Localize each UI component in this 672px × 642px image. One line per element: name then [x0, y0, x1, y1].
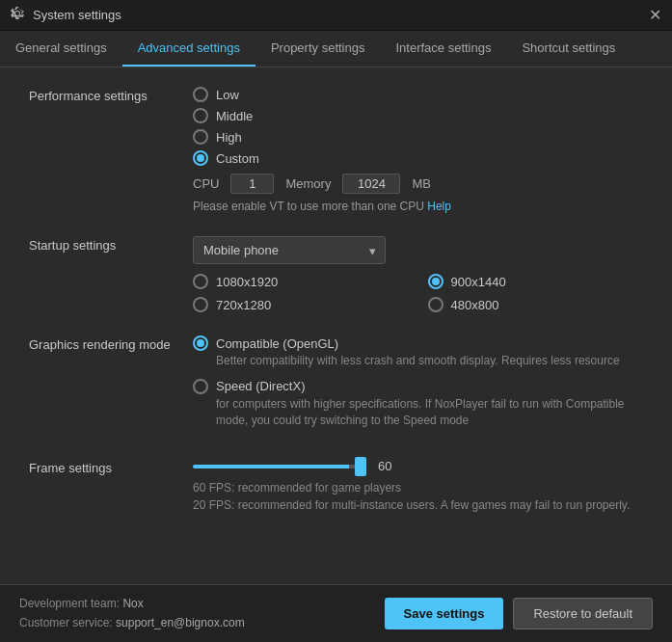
res-900[interactable]: 900x1440 — [428, 274, 644, 289]
performance-low-radio[interactable] — [193, 87, 208, 102]
res-720-label: 720x1280 — [216, 298, 271, 312]
cpu-input[interactable] — [230, 174, 274, 194]
res-1080-label: 1080x1920 — [216, 275, 278, 289]
fps-hint-20: 20 FPS: recommended for multi-instance u… — [193, 496, 643, 514]
customer-service-row: Customer service: support_en@bignox.com — [19, 614, 245, 632]
title-bar: System settings ✕ — [0, 0, 672, 31]
help-link[interactable]: Help — [427, 200, 451, 213]
content-area: Performance settings Low Middle High Cus… — [0, 67, 672, 580]
graphics-compatible-item[interactable]: Compatible (OpenGL) — [193, 335, 643, 351]
fps-slider[interactable] — [193, 465, 366, 468]
dev-team-label: Development team: — [19, 597, 120, 610]
res-1080[interactable]: 1080x1920 — [193, 274, 409, 289]
dev-team-row: Development team: Nox — [19, 595, 245, 613]
performance-high-label: High — [216, 130, 242, 145]
footer-buttons: Save settings Restore to default — [385, 598, 653, 629]
tab-general[interactable]: General settings — [0, 31, 122, 67]
performance-high[interactable]: High — [193, 129, 643, 145]
graphics-speed-label: Speed (DirectX) — [216, 379, 305, 393]
performance-custom-label: Custom — [216, 151, 259, 166]
performance-radio-group: Low Middle High Custom — [193, 87, 643, 166]
performance-low[interactable]: Low — [193, 87, 643, 102]
cpu-memory-row: CPU Memory MB — [193, 174, 643, 194]
cpu-label: CPU — [193, 176, 219, 191]
startup-settings-row: Startup settings Mobile phone Tablet pho… — [29, 236, 643, 312]
resolution-grid: 1080x1920 900x1440 720x1280 480x800 — [193, 274, 643, 312]
res-480-radio[interactable] — [428, 297, 444, 312]
vt-hint: Please enable VT to use more than one CP… — [193, 200, 643, 213]
tab-property[interactable]: Property settings — [255, 31, 381, 67]
footer: Development team: Nox Customer service: … — [0, 584, 672, 642]
performance-custom[interactable]: Custom — [193, 150, 643, 166]
frame-settings-row: Frame settings 60 60 FPS: recommended fo… — [29, 459, 643, 514]
performance-label: Performance settings — [29, 87, 193, 103]
graphics-compatible-label: Compatible (OpenGL) — [216, 336, 338, 351]
performance-settings-row: Performance settings Low Middle High Cus… — [29, 87, 643, 213]
performance-control: Low Middle High Custom CPU Memory — [193, 87, 643, 213]
performance-high-radio[interactable] — [193, 129, 208, 145]
title-bar-left: System settings — [10, 6, 121, 24]
res-1080-radio[interactable] — [193, 274, 208, 289]
graphics-speed: Speed (DirectX) for computers with highe… — [193, 379, 643, 429]
performance-low-label: Low — [216, 88, 239, 102]
performance-middle-radio[interactable] — [193, 108, 208, 123]
res-480[interactable]: 480x800 — [428, 297, 644, 312]
customer-value: support_en@bignox.com — [116, 616, 245, 629]
memory-unit: MB — [412, 176, 431, 191]
memory-label: Memory — [285, 176, 331, 191]
customer-label: Customer service: — [19, 616, 113, 629]
slider-container: 60 — [193, 459, 643, 473]
startup-select-wrapper: Mobile phone Tablet phone — [193, 236, 386, 264]
fps-hint-60: 60 FPS: recommended for game players — [193, 479, 643, 496]
graphics-compatible-radio[interactable] — [193, 335, 208, 351]
startup-select[interactable]: Mobile phone Tablet phone — [193, 236, 386, 264]
performance-middle[interactable]: Middle — [193, 108, 643, 123]
res-720-radio[interactable] — [193, 297, 208, 312]
tab-interface[interactable]: Interface settings — [380, 31, 506, 67]
graphics-control: Compatible (OpenGL) Better compatibility… — [193, 335, 643, 436]
footer-info: Development team: Nox Customer service: … — [19, 595, 245, 631]
tab-advanced[interactable]: Advanced settings — [122, 31, 255, 67]
res-900-radio[interactable] — [428, 274, 444, 289]
graphics-settings-row: Graphics rendering mode Compatible (Open… — [29, 335, 643, 436]
graphics-speed-item[interactable]: Speed (DirectX) — [193, 379, 643, 394]
fps-hint: 60 FPS: recommended for game players 20 … — [193, 479, 643, 514]
graphics-speed-desc: for computers with higher specifications… — [216, 396, 643, 429]
tabs-bar: General settings Advanced settings Prope… — [0, 31, 672, 67]
res-480-label: 480x800 — [451, 298, 499, 312]
performance-custom-radio[interactable] — [193, 150, 208, 166]
tab-shortcut[interactable]: Shortcut settings — [506, 31, 631, 67]
graphics-speed-radio[interactable] — [193, 379, 208, 394]
startup-control: Mobile phone Tablet phone 1080x1920 900x… — [193, 236, 643, 312]
gear-icon — [10, 6, 25, 24]
title-text: System settings — [33, 8, 121, 22]
frame-control: 60 60 FPS: recommended for game players … — [193, 459, 643, 514]
graphics-compatible: Compatible (OpenGL) Better compatibility… — [193, 335, 643, 369]
graphics-compatible-desc: Better compatibility with less crash and… — [216, 353, 643, 369]
res-720[interactable]: 720x1280 — [193, 297, 409, 312]
restore-button[interactable]: Restore to default — [513, 598, 653, 629]
dev-team-value: Nox — [122, 597, 143, 610]
fps-value: 60 — [378, 459, 402, 473]
startup-label: Startup settings — [29, 236, 193, 253]
res-900-label: 900x1440 — [451, 275, 506, 289]
performance-middle-label: Middle — [216, 109, 253, 123]
save-button[interactable]: Save settings — [385, 598, 504, 629]
close-button[interactable]: ✕ — [647, 8, 662, 23]
graphics-label: Graphics rendering mode — [29, 335, 193, 352]
memory-input[interactable] — [342, 174, 400, 194]
frame-label: Frame settings — [29, 459, 193, 475]
